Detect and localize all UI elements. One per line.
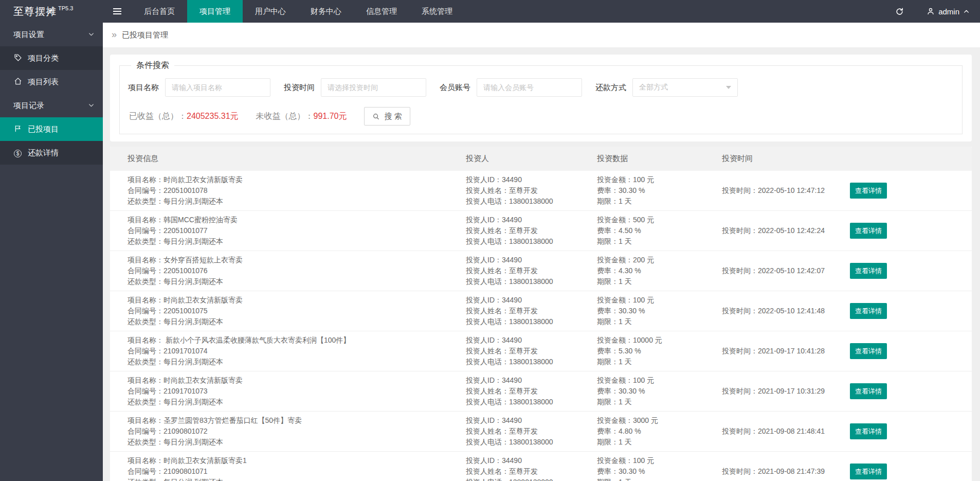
invest-term: 期限：1 天 <box>597 316 713 327</box>
project-name: 项目名称：女外穿百搭短款上衣寄卖 <box>128 255 457 265</box>
repay-type: 还款类型：每日分润,到期还本 <box>128 437 457 448</box>
action-cell: 查看详情 <box>850 174 972 207</box>
field-input[interactable] <box>165 78 270 97</box>
search-button-label: 搜 索 <box>384 112 402 121</box>
invest-amount: 投资金额：3000 元 <box>597 415 713 426</box>
nav-item[interactable]: 系统管理 <box>409 0 465 23</box>
sidebar-item-label: 项目列表 <box>28 77 59 87</box>
table-row: 项目名称：时尚款卫衣女清新版寄卖 合同编号：22051001078 还款类型：每… <box>110 171 972 211</box>
sidebar-item[interactable]: 项目列表 <box>0 70 103 94</box>
invest-data-cell: 投资金额：3000 元 费率：4.80 % 期限：1 天 <box>597 415 722 448</box>
project-name: 项目名称： 新款小个子风衣温柔收腰薄款气质大衣寄卖利润【100件】 <box>128 335 457 346</box>
invest-time: 投资时间：2022-05-10 12:41:48 <box>722 306 841 316</box>
contract-no: 合同编号：22051001075 <box>128 306 457 316</box>
sidebar-item[interactable]: $ 还款详情 <box>0 141 103 165</box>
contract-no: 合同编号：22051001077 <box>128 225 457 236</box>
invest-time: 投资时间：2022-05-10 12:47:12 <box>722 185 841 196</box>
view-detail-button[interactable]: 查看详情 <box>850 464 887 479</box>
search-field: 会员账号 <box>440 78 582 97</box>
invest-rate: 费率：4.50 % <box>597 225 713 236</box>
sidebar-group[interactable]: 项目设置 <box>0 23 103 46</box>
menu-toggle-button[interactable] <box>103 0 132 23</box>
chevron-down-icon <box>88 102 95 109</box>
page-title: 已投项目管理 <box>122 30 168 40</box>
search-fieldset: 条件搜索 项目名称 投资时间 会员账号 还款方式 全部方式 <box>119 60 963 134</box>
tag-icon <box>13 54 22 62</box>
project-name: 项目名称：韩国MCC蜜粉控油寄卖 <box>128 215 457 225</box>
investment-table: 投资信息投资人投资数据投资时间 项目名称：时尚款卫衣女清新版寄卖 合同编号：22… <box>110 147 972 481</box>
repay-type: 还款类型：每日分润,到期还本 <box>128 316 457 327</box>
hamburger-icon <box>113 8 121 14</box>
invest-term: 期限：1 天 <box>597 276 713 287</box>
investor-phone: 投资人电话：13800138000 <box>466 397 588 407</box>
user-menu[interactable]: admin <box>927 7 970 16</box>
invest-term: 期限：1 天 <box>597 437 713 448</box>
table-body: 项目名称：时尚款卫衣女清新版寄卖 合同编号：22051001078 还款类型：每… <box>110 171 972 481</box>
sidebar-item[interactable]: 项目分类 <box>0 46 103 70</box>
invest-info-cell: 项目名称：时尚款卫衣女清新版寄卖1 合同编号：21090801071 还款类型：… <box>110 455 466 481</box>
sidebar-menu: 项目设置 项目分类 项目列表 项目记录 已投项目 $ 还款详情 <box>0 23 103 165</box>
invest-amount: 投资金额：100 元 <box>597 174 713 185</box>
view-detail-button[interactable]: 查看详情 <box>850 423 887 439</box>
contract-no: 合同编号：21090801071 <box>128 466 457 477</box>
investor-name: 投资人姓名：至尊开发 <box>466 225 588 236</box>
project-name: 项目名称：时尚款卫衣女清新版寄卖 <box>128 375 457 386</box>
nav-item-label: 系统管理 <box>422 7 452 16</box>
field-input[interactable] <box>477 78 582 97</box>
refresh-button[interactable] <box>895 7 904 16</box>
invest-time-cell: 投资时间：2022-05-10 12:47:12 <box>722 174 850 207</box>
nav-item[interactable]: 财务中心 <box>298 0 354 23</box>
investor-id: 投资人ID：34490 <box>466 415 588 426</box>
breadcrumb-caret-icon: » <box>112 30 117 39</box>
view-detail-button[interactable]: 查看详情 <box>850 263 887 279</box>
nav-item[interactable]: 项目管理 <box>187 0 243 23</box>
invest-time: 投资时间：2021-09-08 21:48:41 <box>722 426 841 437</box>
nav-right: admin <box>895 0 980 23</box>
invest-amount: 投资金额：100 元 <box>597 455 713 466</box>
invest-info-cell: 项目名称：时尚款卫衣女清新版寄卖 合同编号：22051001075 还款类型：每… <box>110 295 466 327</box>
column-header: 投资信息 <box>110 154 466 164</box>
invest-time-cell: 投资时间：2021-09-08 21:47:39 <box>722 455 850 481</box>
nav-item[interactable]: 用户中心 <box>243 0 298 23</box>
search-button[interactable]: 搜 索 <box>364 107 410 126</box>
contract-no: 合同编号：22051001076 <box>128 265 457 276</box>
invest-time: 投资时间：2022-05-10 12:42:07 <box>722 265 841 276</box>
stat-value: 2405235.31元 <box>187 111 239 122</box>
nav-item[interactable]: 信息管理 <box>354 0 409 23</box>
invest-info-cell: 项目名称：时尚款卫衣女清新版寄卖 合同编号：22051001078 还款类型：每… <box>110 174 466 207</box>
invest-rate: 费率：4.30 % <box>597 265 713 276</box>
table-row: 项目名称： 新款小个子风衣温柔收腰薄款气质大衣寄卖利润【100件】 合同编号：2… <box>110 331 972 371</box>
invest-data-cell: 投资金额：100 元 费率：30.30 % 期限：1 天 <box>597 295 722 327</box>
nav-item[interactable]: 后台首页 <box>132 0 187 23</box>
invest-rate: 费率：5.30 % <box>597 346 713 357</box>
search-panel: 条件搜索 项目名称 投资时间 会员账号 还款方式 全部方式 <box>110 55 972 141</box>
investor-id: 投资人ID：34490 <box>466 215 588 225</box>
view-detail-button[interactable]: 查看详情 <box>850 343 887 359</box>
sidebar-item[interactable]: 已投项目 <box>0 117 103 141</box>
view-detail-button[interactable]: 查看详情 <box>850 223 887 239</box>
stat-label: 已收益（总）： <box>129 111 187 122</box>
invest-time: 投资时间：2022-05-10 12:42:24 <box>722 225 841 236</box>
investor-phone: 投资人电话：13800138000 <box>466 437 588 448</box>
invest-info-cell: 项目名称：时尚款卫衣女清新版寄卖 合同编号：21091701073 还款类型：每… <box>110 375 466 407</box>
repay-method-select[interactable]: 全部方式 <box>632 78 738 97</box>
investor-cell: 投资人ID：34490 投资人姓名：至尊开发 投资人电话：13800138000 <box>466 295 597 327</box>
field-input[interactable] <box>321 78 426 97</box>
invest-time-cell: 投资时间：2022-05-10 12:42:07 <box>722 255 850 287</box>
repay-type: 还款类型：每日分润,到期还本 <box>128 196 457 207</box>
repay-method-field: 还款方式 全部方式 <box>595 78 738 97</box>
nav-item-label: 项目管理 <box>199 7 230 16</box>
invest-amount: 投资金额：10000 元 <box>597 335 713 346</box>
invest-info-cell: 项目名称： 新款小个子风衣温柔收腰薄款气质大衣寄卖利润【100件】 合同编号：2… <box>110 335 466 367</box>
search-field: 投资时间 <box>284 78 426 97</box>
investor-name: 投资人姓名：至尊开发 <box>466 386 588 397</box>
view-detail-button[interactable]: 查看详情 <box>850 183 887 199</box>
view-detail-button[interactable]: 查看详情 <box>850 383 887 399</box>
sidebar-group[interactable]: 项目记录 <box>0 94 103 117</box>
invest-time-cell: 投资时间：2022-05-10 12:41:48 <box>722 295 850 327</box>
view-detail-button[interactable]: 查看详情 <box>850 303 887 319</box>
column-header: 投资数据 <box>597 154 722 164</box>
investor-cell: 投资人ID：34490 投资人姓名：至尊开发 投资人电话：13800138000 <box>466 255 597 287</box>
nav-item-label: 信息管理 <box>366 7 397 16</box>
search-icon <box>372 113 380 120</box>
